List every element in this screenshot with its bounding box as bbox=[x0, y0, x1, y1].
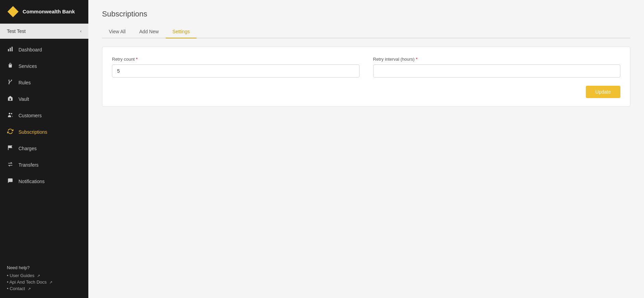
sidebar-item-dashboard[interactable]: Dashboard bbox=[0, 41, 88, 58]
sidebar-item-label: Transfers bbox=[18, 162, 39, 168]
transfer-icon bbox=[7, 161, 14, 169]
sidebar-nav: Dashboard Services Rules Vault bbox=[0, 39, 88, 260]
external-link-icon: ↗ bbox=[37, 274, 40, 278]
required-indicator: * bbox=[136, 57, 138, 62]
sidebar-item-label: Services bbox=[18, 63, 37, 69]
settings-card: Retry count * Retry interval (hours) * U… bbox=[102, 47, 630, 107]
sidebar-item-subscriptions[interactable]: Subscriptions bbox=[0, 124, 88, 140]
sidebar-item-label: Vault bbox=[18, 96, 29, 102]
svg-rect-2 bbox=[10, 48, 11, 51]
help-title: Need help? bbox=[7, 265, 81, 270]
sidebar-item-charges[interactable]: Charges bbox=[0, 140, 88, 157]
refresh-icon bbox=[7, 128, 14, 136]
user-name: Test Test bbox=[7, 28, 26, 34]
svg-point-9 bbox=[11, 113, 12, 114]
sidebar: Commonwealth Bank Test Test ‹ Dashboard … bbox=[0, 0, 88, 298]
svg-marker-0 bbox=[8, 6, 18, 17]
form-row: Retry count * Retry interval (hours) * bbox=[112, 57, 620, 78]
contact-link[interactable]: • Contact ↗ bbox=[7, 286, 81, 291]
plug-icon bbox=[7, 62, 14, 70]
retry-interval-label: Retry interval (hours) * bbox=[373, 57, 621, 62]
tabs: View All Add New Settings bbox=[102, 25, 630, 38]
sidebar-logo: Commonwealth Bank bbox=[0, 0, 88, 24]
bank-icon bbox=[7, 95, 14, 103]
sidebar-item-label: Charges bbox=[18, 146, 37, 151]
svg-point-8 bbox=[9, 113, 11, 115]
retry-count-label: Retry count * bbox=[112, 57, 359, 62]
retry-count-input[interactable] bbox=[112, 64, 359, 78]
comment-icon bbox=[7, 178, 14, 185]
sidebar-user[interactable]: Test Test ‹ bbox=[0, 24, 88, 39]
main-content: Subscriptions View All Add New Settings … bbox=[88, 0, 644, 298]
svg-rect-6 bbox=[10, 98, 11, 100]
sidebar-item-notifications[interactable]: Notifications bbox=[0, 173, 88, 190]
retry-count-group: Retry count * bbox=[112, 57, 359, 78]
sidebar-item-transfers[interactable]: Transfers bbox=[0, 157, 88, 173]
user-guides-link[interactable]: • User Guides ↗ bbox=[7, 273, 81, 278]
sidebar-item-rules[interactable]: Rules bbox=[0, 74, 88, 91]
fork-icon bbox=[7, 79, 14, 86]
tab-settings[interactable]: Settings bbox=[166, 25, 197, 38]
svg-rect-3 bbox=[12, 47, 13, 51]
retry-interval-input[interactable] bbox=[373, 64, 621, 78]
bar-chart-icon bbox=[7, 46, 14, 53]
sidebar-item-label: Notifications bbox=[18, 179, 45, 184]
tab-view-all[interactable]: View All bbox=[102, 25, 132, 38]
tab-add-new[interactable]: Add New bbox=[132, 25, 166, 38]
svg-rect-1 bbox=[8, 49, 9, 51]
sidebar-item-label: Subscriptions bbox=[18, 129, 47, 135]
brand-name: Commonwealth Bank bbox=[23, 9, 75, 15]
sidebar-item-vault[interactable]: Vault bbox=[0, 91, 88, 107]
sidebar-item-label: Rules bbox=[18, 80, 31, 85]
commonwealth-bank-logo bbox=[7, 5, 19, 18]
chevron-left-icon: ‹ bbox=[80, 29, 81, 34]
page-title: Subscriptions bbox=[102, 10, 630, 19]
api-docs-link[interactable]: • Api And Tech Docs ↗ bbox=[7, 279, 81, 285]
content-area: Retry count * Retry interval (hours) * U… bbox=[88, 38, 644, 115]
sidebar-item-customers[interactable]: Customers bbox=[0, 107, 88, 124]
retry-interval-group: Retry interval (hours) * bbox=[373, 57, 621, 78]
update-button[interactable]: Update bbox=[586, 86, 620, 98]
page-header: Subscriptions View All Add New Settings bbox=[88, 0, 644, 38]
flag-icon bbox=[7, 145, 14, 152]
sidebar-item-label: Customers bbox=[18, 113, 42, 118]
external-link-icon: ↗ bbox=[49, 280, 52, 284]
sidebar-item-services[interactable]: Services bbox=[0, 58, 88, 74]
external-link-icon: ↗ bbox=[28, 287, 31, 291]
required-indicator: * bbox=[416, 57, 418, 62]
form-actions: Update bbox=[112, 86, 620, 98]
sidebar-help: Need help? • User Guides ↗ • Api And Tec… bbox=[0, 260, 88, 298]
sidebar-item-label: Dashboard bbox=[18, 47, 42, 52]
people-icon bbox=[7, 112, 14, 119]
